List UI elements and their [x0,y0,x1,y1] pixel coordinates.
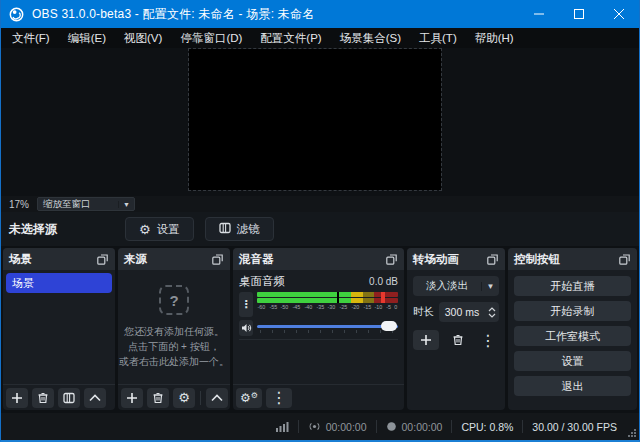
duration-value: 300 ms [439,306,485,318]
preview-canvas[interactable] [189,49,441,190]
sources-panel-title: 来源 [124,252,212,267]
mixer-volume-db: 0.0 dB [369,276,398,287]
volume-meter: -60-55-50-45-40-35-30-25-20-15-10-50 [257,292,398,317]
statusbar-divider [376,420,377,433]
start-streaming-button[interactable]: 开始直播 [514,276,631,296]
chevron-up-icon [488,307,496,312]
meter-peak-indicator [337,292,339,303]
menu-file[interactable]: 文件(F) [3,28,59,48]
add-source-button[interactable] [121,388,143,408]
menu-edit[interactable]: 编辑(E) [59,28,115,48]
volume-slider[interactable] [257,319,398,335]
mixer-kebab-button[interactable]: ⋮ [266,388,292,408]
popout-icon[interactable] [212,254,224,265]
mixer-divider [239,339,398,340]
zoom-mode-label: 缩放至窗口 [38,198,118,211]
transition-select[interactable]: 淡入淡出 ▼ [413,276,499,296]
start-recording-button[interactable]: 开始录制 [514,301,631,321]
sources-empty-line-2: 点击下面的 + 按钮， [119,339,229,354]
popout-icon[interactable] [487,254,499,265]
record-status-icon [386,421,397,432]
advanced-audio-button[interactable]: ⚙⚙ [236,388,262,408]
slider-handle[interactable] [381,321,397,331]
controls-panel-header[interactable]: 控制按钮 [508,248,637,270]
zoom-row: 17% 缩放至窗口 ▼ [1,196,639,212]
sources-panel: 来源 ? 您还没有添加任何源。 点击下面的 + 按钮， 或者右击此处添加一个。 … [118,248,230,410]
mixer-panel-header[interactable]: 混音器 [233,248,404,270]
meter-bar-right [257,298,398,303]
sources-panel-header[interactable]: 来源 [118,248,230,270]
zoom-mode-select[interactable]: 缩放至窗口 ▼ [37,197,135,211]
remove-scene-button[interactable] [32,388,54,408]
sources-empty-text: 您还没有添加任何源。 点击下面的 + 按钮， 或者右击此处添加一个。 [119,324,229,369]
scenes-kebab-icon[interactable]: ⋮ [110,388,115,408]
popout-icon[interactable] [97,254,109,265]
menu-tools[interactable]: 工具(T) [410,28,466,48]
settings-button[interactable]: 设置 [514,351,631,371]
source-toolbar: 未选择源 ⚙ 设置 滤镜 [1,212,639,246]
mixer-channel-name: 桌面音频 [239,274,285,289]
source-settings-button[interactable]: ⚙ 设置 [125,217,194,241]
toolbar-divider [200,391,201,405]
popout-icon[interactable] [386,254,398,265]
obs-logo-icon [9,7,24,22]
mixer-panel: 混音器 桌面音频 0.0 dB ⋮ [233,248,404,410]
fps-indicator: 30.00 / 30.00 FPS [532,421,617,433]
transitions-panel-header[interactable]: 转场动画 [407,248,505,270]
resize-grip[interactable] [628,429,636,437]
popout-icon[interactable] [619,254,631,265]
menu-profile[interactable]: 配置文件(P) [251,28,330,48]
source-settings-label: 设置 [157,222,180,237]
add-transition-button[interactable] [413,330,439,350]
menu-help[interactable]: 帮助(H) [466,28,523,48]
scenes-panel-title: 场景 [9,252,97,267]
stream-time: 00:00:00 [326,421,367,433]
studio-mode-button[interactable]: 工作室模式 [514,326,631,346]
scene-filters-button[interactable] [58,388,80,408]
scene-up-button[interactable] [84,388,106,408]
sources-empty-line-3: 或者右击此处添加一个。 [119,354,229,369]
transition-properties-kebab-icon[interactable]: ⋮ [477,330,499,350]
mixer-channel-menu-button[interactable]: ⋮ [239,292,253,317]
meter-bar-left [257,292,398,297]
menu-docks[interactable]: 停靠窗口(D) [171,28,251,48]
remove-source-button[interactable] [147,388,169,408]
preview-area[interactable] [1,48,639,196]
statusbar-divider [522,420,523,433]
add-scene-button[interactable] [6,388,28,408]
close-button[interactable] [599,0,639,28]
scene-list-item-selected[interactable]: 场景 [6,273,112,293]
chevron-down-icon: ▼ [481,282,499,291]
transitions-toolbar: ⋮ [413,330,499,350]
menu-scene-collection[interactable]: 场景集合(S) [331,28,410,48]
scenes-panel-header[interactable]: 场景 [3,248,115,270]
mixer-toolbar: ⚙⚙ ⋮ [233,384,404,410]
sources-empty-state: ? 您还没有添加任何源。 点击下面的 + 按钮， 或者右击此处添加一个。 [118,270,230,384]
transitions-panel: 转场动画 淡入淡出 ▼ 时长 300 ms [407,248,505,410]
menubar: 文件(F) 编辑(E) 视图(V) 停靠窗口(D) 配置文件(P) 场景集合(S… [1,28,639,48]
titlebar[interactable]: OBS 31.0.0-beta3 - 配置文件: 未命名 - 场景: 未命名 [1,0,639,28]
spinner-arrows[interactable] [485,307,499,318]
network-signal-icon [276,421,289,432]
window-title: OBS 31.0.0-beta3 - 配置文件: 未命名 - 场景: 未命名 [32,6,314,23]
scene-list[interactable]: 场景 [3,270,115,384]
source-properties-button[interactable]: ⚙ [173,388,195,408]
source-up-button[interactable] [206,388,228,408]
stream-status-icon [308,421,321,432]
slider-track [257,325,398,328]
menu-view[interactable]: 视图(V) [115,28,171,48]
chevron-down-icon [488,313,496,318]
duration-spinbox[interactable]: 300 ms [439,302,499,322]
minimize-button[interactable] [519,0,559,28]
exit-button[interactable]: 退出 [514,376,631,396]
remove-transition-button[interactable] [447,330,469,350]
cpu-usage: CPU: 0.8% [461,421,513,433]
mute-button[interactable] [239,320,253,336]
maximize-button[interactable] [559,0,599,28]
sources-empty-line-1: 您还没有添加任何源。 [119,324,229,339]
source-list[interactable]: ? 您还没有添加任何源。 点击下面的 + 按钮， 或者右击此处添加一个。 [118,270,230,384]
gear-icon: ⚙ [178,390,190,405]
mixer-channel-strip: 桌面音频 0.0 dB ⋮ [233,270,404,342]
source-filters-button[interactable]: 滤镜 [205,217,274,241]
statusbar-divider [451,420,452,433]
